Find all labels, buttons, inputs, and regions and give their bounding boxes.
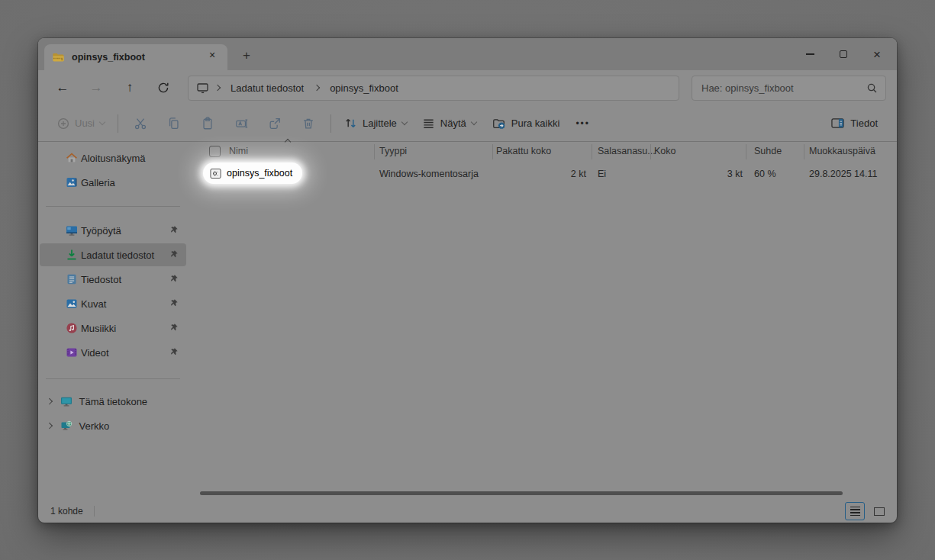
maximize-icon	[840, 50, 847, 58]
paste-icon	[201, 117, 214, 130]
search-input[interactable]: Hae: opinsys_fixboot	[692, 76, 886, 101]
column-header-name[interactable]: Nimi	[229, 146, 248, 156]
command-toolbar: Uusi	[38, 105, 897, 142]
rename-button[interactable]	[225, 110, 257, 137]
column-header-ratio[interactable]: Suhde	[754, 146, 782, 156]
refresh-button[interactable]	[148, 75, 179, 101]
highlighted-file-name[interactable]: opinsys_fixboot	[203, 163, 302, 184]
column-divider[interactable]	[592, 144, 592, 159]
rename-icon	[234, 117, 249, 130]
column-header-row: Nimi Tyyppi Pakattu koko Salasanasu... K…	[188, 142, 897, 162]
file-ratio: 60 %	[754, 169, 776, 179]
paste-button[interactable]	[192, 110, 224, 137]
column-header-size[interactable]: Koko	[654, 146, 676, 156]
horizontal-scrollbar[interactable]	[200, 491, 843, 495]
breadcrumb-item-current[interactable]: opinsys_fixboot	[325, 80, 403, 96]
breadcrumb[interactable]: Ladatut tiedostot opinsys_fixboot	[188, 76, 679, 101]
column-header-password[interactable]: Salasanasu...	[598, 146, 656, 156]
chevron-down-icon	[471, 119, 477, 125]
sidebar-item-home[interactable]: Aloitusnäkymä	[40, 146, 186, 169]
explorer-tab[interactable]: opinsys_fixboot ×	[44, 44, 227, 70]
file-modified-date: 29.8.2025 14.11	[809, 169, 877, 179]
breadcrumb-item-downloads[interactable]: Ladatut tiedostot	[226, 80, 308, 96]
column-header-packed[interactable]: Pakattu koko	[496, 146, 551, 156]
extract-icon	[492, 117, 506, 130]
extract-all-button[interactable]: Pura kaikki	[485, 110, 567, 137]
sidebar-item-network[interactable]: Verkko	[40, 414, 186, 437]
sidebar-item-gallery[interactable]: Galleria	[40, 171, 186, 194]
sidebar-item-label: Ladatut tiedostot	[81, 249, 154, 261]
cut-icon	[134, 117, 147, 130]
minimize-button[interactable]	[793, 38, 827, 70]
breadcrumb-chevron-icon	[314, 85, 320, 91]
file-packed-size: 2 kt	[496, 169, 586, 179]
chevron-down-icon	[401, 119, 408, 125]
select-all-checkbox[interactable]	[209, 146, 221, 157]
file-name: opinsys_fixboot	[227, 168, 292, 179]
sidebar-separator	[46, 378, 180, 379]
back-button[interactable]: ←	[47, 75, 78, 101]
new-button[interactable]: Uusi	[50, 110, 111, 137]
desktop-icon	[66, 224, 78, 237]
column-divider[interactable]	[804, 144, 804, 159]
column-divider[interactable]	[650, 144, 651, 159]
close-button[interactable]: ×	[860, 38, 894, 70]
sidebar-item-label: Tämä tietokone	[79, 396, 148, 407]
tab-close-icon[interactable]: ×	[205, 50, 220, 65]
new-tab-button[interactable]: +	[237, 46, 256, 66]
column-header-type[interactable]: Tyyppi	[379, 146, 407, 156]
cut-button[interactable]	[124, 110, 156, 137]
sidebar-item-label: Työpöytä	[81, 225, 121, 237]
expand-chevron-icon[interactable]	[47, 423, 53, 429]
delete-button[interactable]	[292, 110, 324, 137]
documents-icon	[66, 273, 78, 285]
sidebar-item-music[interactable]: Musiikki	[40, 317, 186, 340]
pin-icon	[169, 249, 179, 259]
status-divider	[94, 506, 95, 517]
column-divider[interactable]	[374, 144, 375, 159]
details-view-icon	[850, 507, 860, 517]
music-icon	[66, 322, 78, 334]
sidebar-item-pictures[interactable]: Kuvat	[40, 292, 186, 315]
file-password-protected: Ei	[598, 169, 606, 179]
search-icon	[866, 82, 878, 94]
item-count: 1 kohde	[50, 506, 83, 517]
chevron-down-icon	[99, 119, 105, 125]
large-icons-view-toggle[interactable]	[869, 502, 889, 520]
sidebar-item-label: Tiedostot	[81, 274, 121, 285]
pin-icon	[169, 298, 179, 308]
more-options-button[interactable]: •••	[568, 118, 598, 129]
file-row[interactable]: opinsys_fixboot Windows-komentosarja 2 k…	[188, 162, 897, 186]
sort-button[interactable]: Lajittele	[337, 110, 414, 137]
sidebar-item-label: Videot	[81, 347, 109, 359]
column-header-modified[interactable]: Muokkauspäivä	[809, 146, 875, 156]
sidebar-item-label: Kuvat	[81, 298, 106, 310]
share-button[interactable]	[259, 110, 291, 137]
forward-button[interactable]: →	[81, 75, 111, 101]
refresh-icon	[157, 82, 169, 94]
up-button[interactable]: ↑	[114, 75, 145, 101]
view-button[interactable]: Näytä	[415, 110, 483, 137]
search-placeholder: Hae: opinsys_fixboot	[701, 82, 794, 94]
sort-icon	[344, 117, 357, 130]
sidebar-item-this-pc[interactable]: Tämä tietokone	[40, 390, 186, 413]
minimize-icon	[806, 53, 814, 55]
file-size: 3 kt	[654, 169, 743, 179]
trash-icon	[301, 117, 315, 130]
navigation-bar: ← → ↑ Ladatut tiedostot opinsys_fixboot …	[38, 70, 897, 105]
gallery-icon	[66, 176, 78, 188]
sidebar-item-downloads[interactable]: Ladatut tiedostot	[40, 243, 186, 266]
tab-title: opinsys_fixboot	[72, 52, 198, 63]
sidebar-item-videos[interactable]: Videot	[40, 341, 186, 364]
column-divider[interactable]	[492, 144, 493, 159]
details-pane-button[interactable]: Tiedot	[824, 110, 885, 137]
sidebar-item-documents[interactable]: Tiedostot	[40, 268, 186, 291]
pin-icon	[169, 225, 179, 235]
expand-chevron-icon[interactable]	[47, 398, 53, 404]
column-divider[interactable]	[746, 144, 746, 159]
copy-button[interactable]	[158, 110, 190, 137]
share-icon	[268, 117, 282, 130]
sidebar-item-desktop[interactable]: Työpöytä	[40, 219, 186, 242]
details-view-toggle[interactable]	[845, 502, 865, 520]
maximize-button[interactable]	[827, 38, 860, 70]
